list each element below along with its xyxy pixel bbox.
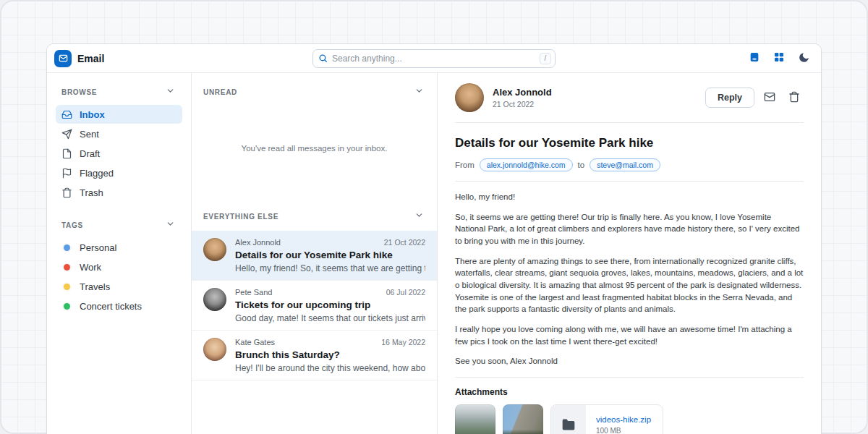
mail-sender: Alex Jonnold: [235, 238, 281, 247]
tags-section-header: Tags: [56, 216, 182, 238]
sidebar-item-label: Inbox: [80, 109, 105, 120]
mail-subject-title: Details for our Yosemite Park hike: [455, 136, 804, 150]
mail-subject: Tickets for our upcoming trip: [235, 299, 425, 310]
draft-icon: [61, 148, 72, 159]
from-label: From: [455, 161, 475, 169]
send-icon: [61, 129, 72, 140]
tag-color-dot: [64, 303, 70, 310]
mail-icon: [764, 91, 775, 105]
sidebar-item-sent[interactable]: Sent: [56, 124, 182, 143]
dark-mode-toggle-button[interactable]: [793, 48, 814, 69]
trash-icon: [788, 91, 800, 105]
file-meta: videos-hike.zip 100 MB: [586, 415, 663, 434]
tag-item-personal[interactable]: Personal: [56, 238, 182, 257]
mail-date: 21 Oct 2022: [493, 100, 552, 109]
sidebar-item-trash[interactable]: Trash: [56, 183, 182, 202]
mail-list-item[interactable]: Pete Sand 06 Jul 2022 Tickets for our up…: [192, 281, 437, 331]
divider: [455, 181, 804, 182]
app-header: Email /: [47, 44, 821, 73]
panel-toggle-button[interactable]: [744, 48, 765, 69]
tag-label: Concert tickets: [80, 301, 142, 312]
tag-label: Personal: [80, 242, 116, 253]
sender-name: Alex Jonnold: [493, 87, 552, 98]
sidebar-item-draft[interactable]: Draft: [56, 144, 182, 163]
sidebar-item-label: Flagged: [80, 168, 114, 179]
browse-collapse-button[interactable]: [164, 85, 176, 99]
mail-snippet: Hey! I'll be around the city this weeken…: [235, 363, 425, 373]
tag-color-dot: [64, 244, 70, 251]
mail-actions: Reply: [705, 88, 804, 108]
avatar: [203, 238, 226, 261]
everything-else-section-header: Everything else: [192, 196, 437, 231]
mail-snippet: Good day, mate! It seems that our ticket…: [235, 313, 425, 323]
mail-date: 21 Oct 2022: [384, 238, 425, 247]
mail-detail-header: Alex Jonnold 21 Oct 2022 Reply: [455, 83, 804, 123]
avatar: [203, 288, 226, 311]
to-email-chip[interactable]: steve@mail.com: [590, 158, 660, 171]
forward-mail-button[interactable]: [760, 88, 779, 107]
attachment-photo-yosemite-rocks[interactable]: [503, 404, 543, 434]
mail-snippet: Hello, my friend! So, it seems that we a…: [235, 263, 425, 273]
tag-item-concert-tickets[interactable]: Concert tickets: [56, 297, 182, 315]
app-brand: Email: [54, 50, 104, 67]
sidebar-item-inbox[interactable]: Inbox: [56, 105, 182, 124]
header-actions: [744, 48, 814, 69]
tag-label: Work: [80, 262, 101, 273]
unread-section: Unread You've read all messages in your …: [192, 73, 437, 196]
sender-avatar: [455, 83, 484, 112]
mail-detail-pane: Alex Jonnold 21 Oct 2022 Reply: [438, 73, 821, 434]
email-logo: [54, 50, 72, 67]
apps-menu-button[interactable]: [769, 48, 789, 69]
from-email-chip[interactable]: alex.jonnold@hike.com: [480, 158, 573, 171]
mail-sender: Kate Gates: [235, 338, 275, 346]
everything-else-collapse-button[interactable]: [413, 209, 425, 224]
chevron-down-icon: [166, 86, 175, 98]
app-content: Browse Inbox: [47, 73, 821, 434]
mail-list-item[interactable]: Kate Gates 16 May 2022 Brunch this Satur…: [192, 331, 437, 380]
tags-collapse-button[interactable]: [164, 218, 176, 232]
mail-item-body: Pete Sand 06 Jul 2022 Tickets for our up…: [235, 288, 425, 323]
inbox-icon: [61, 109, 72, 120]
body-paragraph: Hello, my friend!: [455, 191, 804, 203]
sidebar-item-flagged[interactable]: Flagged: [56, 163, 182, 182]
unread-section-label: Unread: [203, 88, 237, 96]
mail-subject: Details for our Yosemite Park hike: [235, 250, 425, 260]
trash-icon: [61, 187, 72, 198]
avatar: [203, 338, 226, 361]
tag-item-travels[interactable]: Travels: [56, 277, 182, 296]
email-app-window: Email /: [46, 43, 822, 434]
file-size: 100 MB: [596, 427, 651, 434]
folder-icon: [551, 404, 586, 434]
panel-icon: [749, 51, 760, 65]
browse-section-header: Browse: [56, 83, 182, 105]
sidebar-item-label: Draft: [80, 148, 100, 159]
mail-item-body: Kate Gates 16 May 2022 Brunch this Satur…: [235, 338, 425, 373]
app-title: Email: [77, 53, 104, 64]
attachments-title: Attachments: [455, 387, 804, 397]
desktop-background: Email /: [0, 0, 868, 434]
divider: [455, 377, 804, 378]
attachment-photo-yosemite-valley[interactable]: [455, 404, 495, 434]
search-box[interactable]: /: [312, 49, 556, 68]
unread-collapse-button[interactable]: [413, 85, 425, 99]
reply-button[interactable]: Reply: [705, 88, 754, 108]
body-paragraph: See you soon, Alex Jonnold: [455, 355, 804, 367]
moon-icon: [798, 51, 810, 66]
everything-else-section-label: Everything else: [203, 213, 278, 221]
mail-list-item[interactable]: Alex Jonnold 21 Oct 2022 Details for our…: [192, 231, 437, 281]
sidebar: Browse Inbox: [47, 73, 192, 434]
grid-icon: [773, 51, 785, 65]
search-input[interactable]: [332, 54, 535, 64]
sender-info: Alex Jonnold 21 Oct 2022: [493, 87, 552, 109]
chevron-down-icon: [414, 86, 424, 98]
attachment-file-card[interactable]: videos-hike.zip 100 MB: [550, 404, 663, 434]
tag-item-work[interactable]: Work: [56, 258, 182, 276]
search-icon: [318, 54, 328, 63]
chevron-down-icon: [414, 210, 424, 222]
body-paragraph: I really hope you love coming along with…: [455, 323, 804, 347]
file-name: videos-hike.zip: [596, 415, 651, 424]
mail-body: Hello, my friend! So, it seems we are ge…: [455, 191, 804, 367]
delete-mail-button[interactable]: [785, 88, 804, 107]
mail-icon: [59, 54, 68, 63]
from-to-row: From alex.jonnold@hike.com to steve@mail…: [455, 158, 804, 171]
